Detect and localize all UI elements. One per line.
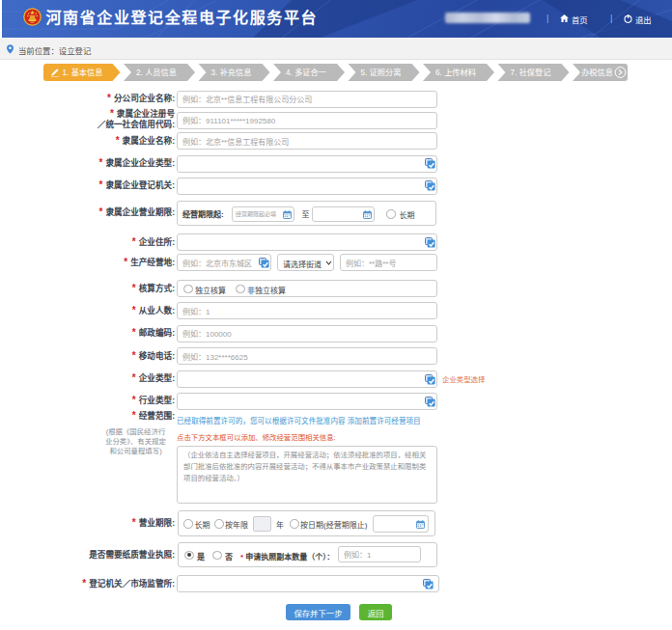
svg-text:7. 社保登记: 7. 社保登记 (511, 68, 551, 77)
svg-text:4. 多证合一: 4. 多证合一 (286, 68, 326, 77)
svg-text:6. 上传材料: 6. 上传材料 (435, 68, 476, 77)
svg-text:5. 证照分离: 5. 证照分离 (361, 68, 402, 77)
svg-text:2. 人员信息: 2. 人员信息 (136, 68, 177, 77)
svg-text:3. 补充信息: 3. 补充信息 (211, 68, 252, 77)
svg-text:1. 基本信息: 1. 基本信息 (63, 68, 103, 77)
svg-text:8. 办税信息: 8. 办税信息 (573, 68, 613, 77)
